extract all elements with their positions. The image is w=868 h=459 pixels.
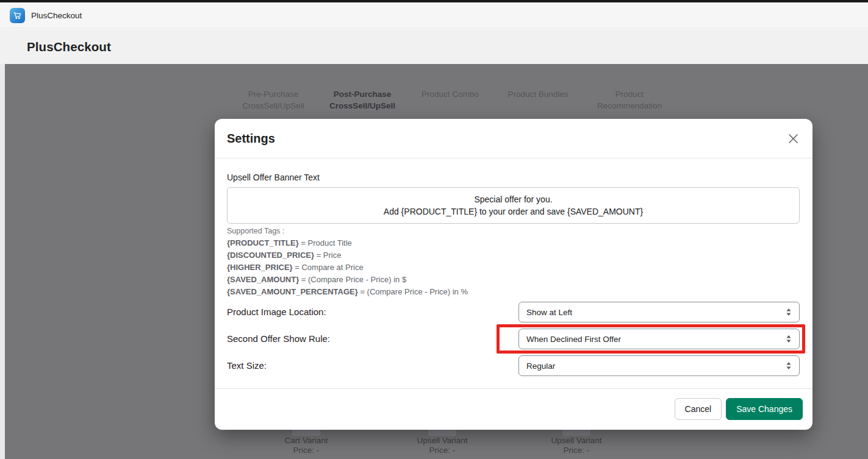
modal-title: Settings: [227, 119, 275, 158]
variant-title: Upsell Variant: [525, 436, 628, 446]
tab-post-purchase[interactable]: Post-Purchase CrossSell/UpSell: [317, 88, 408, 112]
tag-line: {HIGHER_PRICE} = Compare at Price: [227, 262, 468, 274]
tag-line: {PRODUCT_TITLE} = Product Title: [227, 237, 468, 249]
close-button[interactable]: [784, 130, 802, 147]
modal-header: Settings: [215, 119, 812, 158]
cart-icon: [13, 11, 22, 20]
text-size-select[interactable]: Regular: [518, 355, 800, 376]
page-left-gutter: [0, 64, 5, 459]
text-size-label: Text Size:: [227, 355, 267, 376]
cart-variant-column: Cart Variant Price: -: [254, 436, 358, 455]
banner-text-label: Upsell Offer Banner Text: [227, 173, 320, 182]
close-icon: [788, 133, 798, 144]
product-image-location-select[interactable]: Show at Left: [518, 302, 800, 322]
upsell-variant-column: Upsell Variant Price: -: [525, 436, 628, 455]
tab-product-bundles[interactable]: Product Bundles: [492, 88, 584, 100]
footer-divider: [215, 388, 812, 389]
updown-caret-icon: [786, 308, 792, 316]
save-changes-button[interactable]: Save Changes: [726, 398, 803, 420]
tag-line: {SAVED_AMOUNT} = (Compare Price - Price)…: [227, 274, 468, 286]
variant-price: Price: -: [525, 446, 628, 455]
upsell-variant-column: Upsell Variant Price: -: [390, 436, 494, 455]
updown-caret-icon: [786, 361, 792, 370]
page-title: PlusCheckout: [27, 40, 111, 54]
app-logo-icon: [10, 8, 25, 23]
tab-pre-purchase[interactable]: Pre-Purchase CrossSell/UpSell: [228, 88, 319, 112]
tab-product-combo[interactable]: Product Combo: [404, 88, 496, 100]
settings-modal: Settings Upsell Offer Banner Text Specia…: [215, 119, 812, 430]
variant-price: Price: -: [390, 446, 494, 455]
page-header: PlusCheckout: [0, 29, 868, 64]
topbar: PlusCheckout: [0, 2, 868, 29]
topbar-app-name: PlusCheckout: [31, 11, 82, 20]
variant-title: Upsell Variant: [390, 436, 494, 446]
product-image-location-label: Product Image Location:: [227, 302, 326, 322]
cancel-button[interactable]: Cancel: [675, 398, 722, 420]
second-offer-show-rule-select[interactable]: When Declined First Offer: [518, 329, 800, 349]
tag-line: {DISCOUNTED_PRICE} = Price: [227, 249, 468, 262]
supported-tags-heading: Supported Tags :: [227, 225, 468, 237]
supported-tags: Supported Tags : {PRODUCT_TITLE} = Produ…: [227, 225, 468, 298]
variant-title: Cart Variant: [254, 436, 358, 446]
modal-footer: Cancel Save Changes: [675, 398, 803, 420]
tab-product-recommendation[interactable]: Product Recommendation: [584, 88, 675, 112]
variant-price: Price: -: [254, 446, 358, 455]
banner-text-input[interactable]: Special offer for you. Add {PRODUCT_TITL…: [227, 187, 800, 224]
updown-caret-icon: [786, 335, 792, 343]
tag-line: {SAVED_AMOUNT_PERCENTAGE} = (Compare Pri…: [227, 286, 468, 298]
second-offer-show-rule-label: Second Offer Show Rule:: [227, 329, 330, 349]
